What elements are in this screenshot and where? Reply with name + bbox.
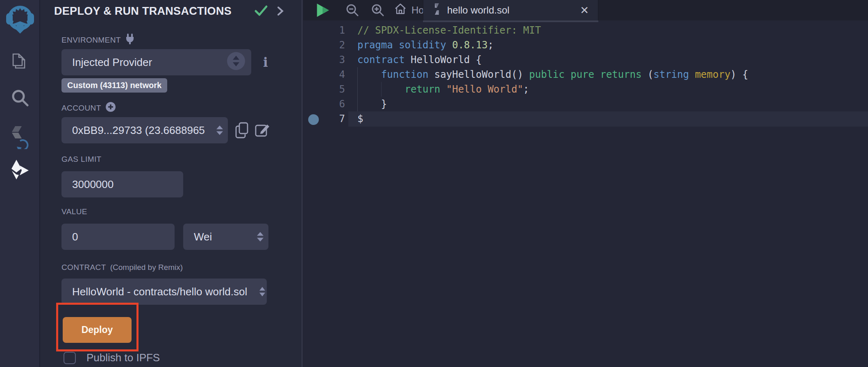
publish-ipfs-checkbox[interactable] <box>64 352 76 364</box>
chevron-right-icon[interactable] <box>276 6 284 18</box>
tab-scrollbar[interactable] <box>423 20 598 22</box>
line-number: 2 <box>322 38 345 52</box>
line-number: 1 <box>322 23 345 38</box>
check-icon <box>254 4 268 19</box>
tab-hello-world-sol[interactable]: hello world.sol ✕ <box>423 0 598 20</box>
value-unit-select[interactable]: Wei <box>183 224 268 250</box>
value-label: VALUE <box>61 207 87 216</box>
updown-icon <box>216 126 223 135</box>
home-icon <box>394 3 407 18</box>
play-icon[interactable] <box>315 0 331 20</box>
info-icon[interactable]: i <box>263 55 268 70</box>
updown-icon <box>257 232 264 242</box>
updown-icon <box>259 287 265 297</box>
search-icon[interactable] <box>0 88 40 108</box>
account-select[interactable]: 0xBB9...29733 (23.6688965 <box>61 117 228 143</box>
line-number: 3 <box>322 52 345 67</box>
code-line: return "Hello World"; <box>357 82 748 97</box>
file-explorer-icon[interactable] <box>0 52 40 73</box>
code-line: $ <box>357 111 748 126</box>
icon-rail <box>0 0 40 367</box>
line-number: 4 <box>322 67 345 82</box>
contract-label: CONTRACT (Compiled by Remix) <box>61 263 183 272</box>
panel-title: DEPLOY & RUN TRANSACTIONS <box>54 5 232 18</box>
remix-ide-window: DEPLOY & RUN TRANSACTIONS ENVIRONMENT In… <box>0 0 868 367</box>
deploy-run-icon[interactable] <box>0 159 40 180</box>
environment-select[interactable]: Injected Provider <box>61 49 251 75</box>
contract-select[interactable]: HelloWorld - contracts/hello world.sol <box>61 279 267 305</box>
plus-circle-icon[interactable] <box>105 102 116 114</box>
code-line: function sayHelloWorld() public pure ret… <box>357 67 748 82</box>
remix-logo <box>0 3 40 34</box>
publish-row: Publish to IPFS <box>64 351 160 364</box>
zoom-in-icon[interactable] <box>370 0 385 20</box>
network-badge: Custom (43113) network <box>61 78 167 93</box>
close-icon[interactable]: ✕ <box>580 4 589 17</box>
deploy-run-panel: DEPLOY & RUN TRANSACTIONS ENVIRONMENT In… <box>40 0 302 367</box>
line-number: 7 <box>322 111 345 126</box>
plug-icon <box>125 34 135 47</box>
code-line: } <box>357 97 748 111</box>
publish-ipfs-label: Publish to IPFS <box>86 351 160 364</box>
account-label: ACCOUNT <box>61 102 116 114</box>
code-line: contract HelloWorld { <box>357 52 748 67</box>
editor-tabbar: Home hello world.sol ✕ <box>303 0 868 20</box>
gas-limit-input[interactable]: 3000000 <box>61 171 183 197</box>
value-input[interactable]: 0 <box>61 224 175 250</box>
code-content[interactable]: // SPDX-License-Identifier: MITpragma so… <box>357 23 748 126</box>
zoom-out-icon[interactable] <box>345 0 360 20</box>
gas-limit-label: GAS LIMIT <box>61 155 102 164</box>
code-line: // SPDX-License-Identifier: MIT <box>357 23 748 38</box>
solidity-file-icon <box>432 3 441 18</box>
line-number-gutter: 1234567 <box>322 23 345 126</box>
code-line: pragma solidity 0.8.13; <box>357 38 748 52</box>
breakpoint-dot[interactable] <box>308 114 319 125</box>
environment-label: ENVIRONMENT <box>61 34 135 47</box>
edit-icon[interactable] <box>255 122 270 139</box>
env-updown-icon <box>227 52 245 73</box>
deploy-button[interactable]: Deploy <box>63 317 132 343</box>
solidity-compiler-icon[interactable] <box>0 123 40 149</box>
copy-icon[interactable] <box>235 122 249 140</box>
line-number: 6 <box>322 97 345 111</box>
line-number: 5 <box>322 82 345 97</box>
code-editor: Home hello world.sol ✕ 1234567 <box>303 0 868 367</box>
